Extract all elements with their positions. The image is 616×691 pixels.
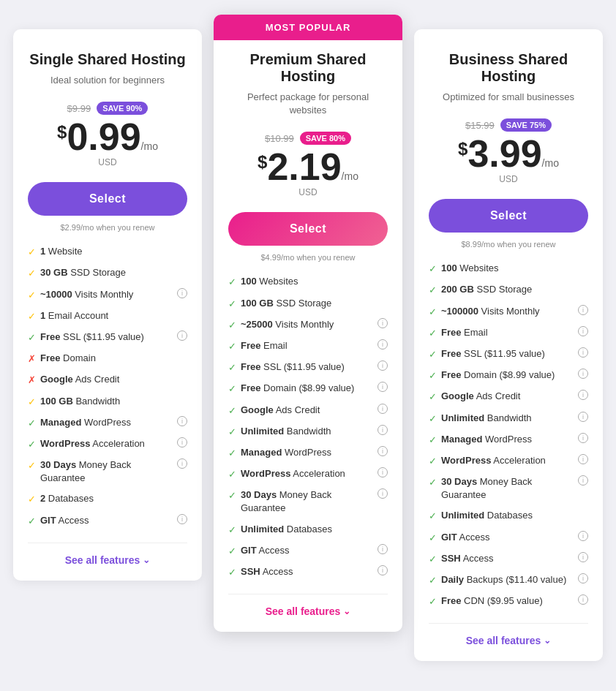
info-icon[interactable]: i [578,594,588,605]
save-badge-business: SAVE 75% [500,118,552,132]
feature-text: Free Domain ($8.99 value) [441,369,574,382]
feature-text: Google Ads Credit [441,390,574,403]
feature-item: ✓Google Ads Crediti [429,390,588,404]
renew-note-single: $2.99/mo when you renew [28,223,187,232]
feature-text: 30 Days Money Back Guarantee [40,458,173,485]
feature-item: ✓2 Databases [28,492,187,506]
see-features-link-premium[interactable]: See all features⌄ [228,605,388,617]
feature-text: Managed WordPress [241,446,373,459]
info-icon[interactable]: i [378,565,388,575]
info-icon[interactable]: i [378,382,388,392]
check-icon: ✓ [429,510,437,523]
price-dollar-business: $ [458,140,467,158]
info-icon[interactable]: i [177,331,187,341]
info-icon[interactable]: i [578,305,588,315]
price-currency-premium: USD [228,187,388,197]
feature-item: ✓Free Domain ($8.99 value)i [228,382,388,396]
select-button-premium[interactable]: Select [228,212,388,246]
feature-item: ✓Managed WordPressi [429,433,588,447]
info-icon[interactable]: i [177,288,187,298]
feature-text: 100 Websites [241,275,388,288]
info-icon[interactable]: i [578,347,588,358]
feature-item: ✓100 GB Bandwidth [28,395,187,409]
feature-item: ✓Free SSL ($11.95 value)i [28,331,187,344]
see-features-link-business[interactable]: See all features⌄ [429,635,588,646]
info-icon[interactable]: i [578,573,588,584]
see-features-label: See all features [65,554,140,566]
info-icon[interactable]: i [378,404,388,414]
feature-item: ✓Managed WordPressi [228,446,388,460]
info-icon[interactable]: i [578,412,588,422]
info-icon[interactable]: i [378,425,388,435]
check-icon: ✓ [429,412,437,426]
plan-subtitle-premium: Perfect package for personal websites [228,91,388,117]
select-button-single[interactable]: Select [28,182,187,216]
info-icon[interactable]: i [378,318,388,328]
feature-item: ✓Unlimited Bandwidthi [228,425,388,439]
plan-title-business: Business Shared Hosting [429,51,588,85]
info-icon[interactable]: i [177,437,187,448]
info-icon[interactable]: i [578,531,588,541]
features-list-single: ✓1 Website✓30 GB SSD Storage✓~10000 Visi… [28,245,187,528]
info-icon[interactable]: i [378,339,388,350]
check-icon: ✓ [429,327,437,340]
feature-item: ✓Free SSL ($11.95 value)i [429,347,588,361]
chevron-down-icon: ⌄ [544,635,551,646]
info-icon[interactable]: i [378,467,388,477]
feature-item: ✓1 Email Account [28,309,187,323]
feature-text: GIT Access [441,531,574,544]
feature-item: ✓Free Emaili [228,339,388,353]
feature-item: ✓Daily Backups ($11.40 value)i [429,573,588,587]
info-icon[interactable]: i [378,488,388,499]
info-icon[interactable]: i [578,552,588,562]
feature-text: Free CDN ($9.95 value) [441,594,574,608]
feature-text: Free SSL ($11.95 value) [241,360,373,374]
feature-text: Free Domain [40,352,187,365]
info-icon[interactable]: i [578,433,588,443]
check-icon: ✓ [28,331,36,344]
info-icon[interactable]: i [578,369,588,379]
check-icon: ✓ [228,426,236,439]
check-icon: ✓ [228,447,236,460]
plan-card-premium: MOST POPULARPremium Shared HostingPerfec… [214,15,402,632]
feature-text: Unlimited Databases [241,523,388,536]
info-icon[interactable]: i [177,416,187,426]
check-icon: ✓ [28,417,36,430]
feature-item: ✓100 GB SSD Storage [228,297,388,311]
feature-item: ✓Free Emaili [429,326,588,340]
price-per-premium: /mo [342,171,358,181]
info-icon[interactable]: i [378,544,388,554]
see-features-link-single[interactable]: See all features⌄ [28,554,187,566]
feature-item: ✓WordPress Accelerationi [429,454,588,468]
info-icon[interactable]: i [378,446,388,456]
chevron-down-icon: ⌄ [143,555,150,565]
info-icon[interactable]: i [177,458,187,469]
select-button-business[interactable]: Select [429,199,588,233]
feature-text: Unlimited Bandwidth [241,425,373,438]
feature-item: ✓100 Websites [429,262,588,276]
info-icon[interactable]: i [578,475,588,486]
plan-subtitle-business: Optimized for small businesses [429,91,588,104]
feature-item: ✓Google Ads Crediti [228,404,388,418]
info-icon[interactable]: i [578,390,588,400]
original-price-premium: $10.99 [265,133,294,144]
feature-item: ✓GIT Accessi [429,531,588,545]
price-section-premium: $10.99SAVE 80%$2.19/moUSD [228,132,388,197]
check-icon: ✓ [429,348,437,361]
chevron-down-icon: ⌄ [343,606,350,616]
price-per-single: /mo [141,141,158,151]
feature-item: ✓200 GB SSD Storage [429,283,588,297]
feature-text: Free SSL ($11.95 value) [441,347,574,360]
price-section-single: $9.99SAVE 90%$0.99/moUSD [28,102,187,167]
feature-text: SSH Access [441,552,574,565]
plan-subtitle-single: Ideal solution for beginners [28,74,187,87]
info-icon[interactable]: i [578,326,588,336]
info-icon[interactable]: i [578,454,588,464]
info-icon[interactable]: i [378,360,388,371]
original-price-business: $15.99 [465,120,495,131]
info-icon[interactable]: i [177,514,187,524]
divider [429,623,588,624]
feature-item: ✓Free SSL ($11.95 value)i [228,360,388,374]
check-icon: ✓ [228,298,236,311]
price-dollar-premium: $ [258,154,267,171]
